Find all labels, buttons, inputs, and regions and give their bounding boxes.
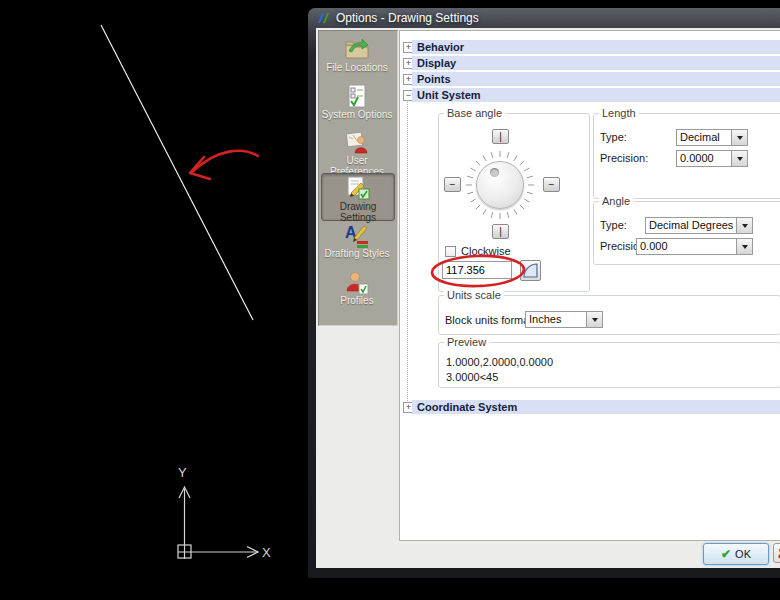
tree-row-bar: [412, 56, 780, 70]
angle-group: Angle Type: Decimal Degrees Precision: 0…: [593, 201, 780, 265]
ucs-axes-icon: [178, 487, 258, 559]
chevron-down-icon[interactable]: [731, 130, 747, 145]
ucs-x-label: X: [262, 545, 271, 560]
sidebar-item-label: Drafting Styles: [321, 248, 393, 259]
tree-item-label: Behavior: [417, 41, 464, 54]
dialog-titlebar[interactable]: Options - Drawing Settings: [308, 8, 780, 28]
screen: Y X Options - Drawing Settings: [0, 0, 780, 600]
sidebar-item-drawing-settings[interactable]: Drawing Settings: [321, 173, 395, 221]
length-type-label: Type:: [600, 131, 627, 144]
block-units-format-dropdown[interactable]: Inches: [525, 311, 603, 328]
dial-right-button[interactable]: −: [543, 177, 560, 192]
group-label: Length: [599, 107, 639, 120]
sidebar-item-profiles[interactable]: Profiles: [321, 268, 393, 313]
sidebar-item-label: Drawing Settings: [322, 201, 394, 223]
ucs-y-label: Y: [178, 465, 187, 480]
tree-item-display[interactable]: + Display: [400, 56, 780, 70]
length-type-dropdown[interactable]: Decimal: [676, 129, 748, 146]
base-angle-dial[interactable]: [476, 161, 524, 209]
checklist-icon: [344, 83, 370, 109]
tree-item-label: Points: [417, 73, 451, 86]
tree-row-bar: [412, 72, 780, 86]
length-group: Length Type: Decimal Precision: 0.0000: [593, 113, 780, 199]
tree-item-label: Unit System: [417, 89, 481, 102]
tree-item-unit-system[interactable]: − Unit System: [400, 88, 780, 102]
ok-button[interactable]: ✔ OK: [703, 543, 769, 565]
preview-line: 1.0000,2.0000,0.0000: [446, 356, 553, 369]
tree-item-label: Display: [417, 57, 456, 70]
group-label: Angle: [599, 195, 633, 208]
sidebar-item-user-preferences[interactable]: User Preferences: [321, 128, 393, 173]
block-units-format-label: Block units format:: [445, 314, 535, 327]
tree-item-coordinate-system[interactable]: + Coordinate System: [400, 400, 780, 414]
cad-line: [101, 25, 253, 320]
angle-type-dropdown[interactable]: Decimal Degrees: [645, 217, 753, 234]
length-precision-dropdown[interactable]: 0.0000: [676, 150, 748, 167]
angle-precision-dropdown[interactable]: 0.000: [636, 238, 753, 255]
group-label: Preview: [444, 336, 489, 349]
tree-item-label: Coordinate System: [417, 401, 517, 414]
pencil-document-icon: [345, 175, 371, 201]
arc-icon: [521, 261, 540, 280]
dial-up-button[interactable]: |: [492, 129, 509, 144]
angle-type-label: Type:: [600, 219, 627, 232]
sidebar-item-file-locations[interactable]: File Locations: [321, 35, 393, 80]
chevron-down-icon[interactable]: [736, 239, 752, 254]
sidebar-item-drafting-styles[interactable]: A Drafting Styles: [321, 221, 393, 266]
dial-down-button[interactable]: |: [492, 224, 509, 239]
dialog-title: Options - Drawing Settings: [336, 11, 479, 25]
letter-a-pencil-icon: A: [344, 222, 370, 248]
person-card-icon: [344, 269, 370, 295]
tree-item-behavior[interactable]: + Behavior: [400, 40, 780, 54]
settings-tree-panel: + Behavior + Display + Points −: [399, 30, 780, 541]
dial-left-button[interactable]: −: [444, 177, 461, 192]
preview-line: 3.0000<45: [446, 371, 498, 384]
check-icon: ✔: [721, 548, 731, 560]
folder-arrow-icon: [344, 36, 370, 62]
user-map-icon: [344, 129, 370, 155]
dialog-client: File Locations System Options: [316, 28, 780, 568]
sidebar-item-label: System Options: [321, 109, 393, 120]
category-sidebar: File Locations System Options: [318, 30, 398, 326]
pick-angle-button[interactable]: [520, 260, 541, 281]
preview-group: Preview 1.0000,2.0000,0.0000 3.0000<45: [438, 342, 780, 388]
sidebar-item-label: Profiles: [321, 295, 393, 306]
base-angle-group: Base angle | − − | Clockwise: [438, 113, 590, 292]
tree-item-points[interactable]: + Points: [400, 72, 780, 86]
chevron-down-icon[interactable]: [736, 218, 752, 233]
base-angle-value-input[interactable]: [442, 261, 512, 279]
tree-guide-line: [407, 99, 408, 405]
red-annotation-arrow: [190, 151, 258, 179]
chevron-down-icon[interactable]: [731, 151, 747, 166]
group-label: Units scale: [444, 289, 504, 302]
chevron-down-icon[interactable]: [586, 312, 602, 327]
ok-button-label: OK: [735, 548, 751, 560]
units-scale-group: Units scale Block units format: Inches: [438, 295, 780, 335]
sidebar-item-label: File Locations: [321, 62, 393, 73]
length-precision-label: Precision:: [600, 152, 648, 165]
group-label: Base angle: [444, 107, 505, 120]
clockwise-checkbox[interactable]: [445, 246, 456, 257]
sidebar-item-system-options[interactable]: System Options: [321, 82, 393, 127]
options-dialog: Options - Drawing Settings File Location…: [308, 8, 780, 578]
tree-row-bar: [412, 40, 780, 54]
dial-indicator-dot[interactable]: [490, 168, 499, 177]
app-logo-icon: [317, 11, 331, 25]
clockwise-label: Clockwise: [461, 245, 511, 258]
cancel-button[interactable]: ✘: [773, 543, 780, 563]
